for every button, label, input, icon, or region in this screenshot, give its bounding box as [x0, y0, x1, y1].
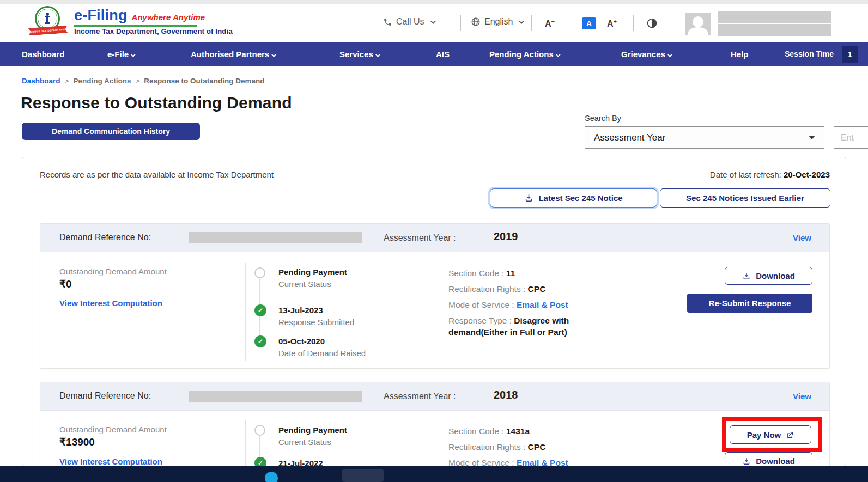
- header-divider: [531, 15, 532, 31]
- call-us-label: Call Us: [396, 17, 424, 27]
- brand-title: e-Filing: [74, 7, 128, 23]
- footer-panel: [342, 469, 384, 482]
- amount-label: Outstanding Demand Amount: [59, 425, 167, 434]
- header-divider: [460, 15, 461, 31]
- font-decrease-button[interactable]: A−: [545, 18, 555, 29]
- timeline-subtitle: Response Submitted: [278, 318, 354, 327]
- breadcrumb-separator: >: [65, 77, 69, 85]
- redacted-demand-reference: [189, 232, 362, 243]
- timeline-title: Pending Payment: [278, 267, 347, 277]
- footer-band: [0, 466, 868, 482]
- page-title: Response to Outstanding Demand: [21, 94, 292, 112]
- chatbot-button[interactable]: [265, 472, 278, 482]
- timeline-pending-icon: [254, 267, 265, 278]
- search-value-input[interactable]: [834, 126, 868, 149]
- nav-item-ais[interactable]: AIS: [436, 50, 450, 59]
- timeline-title: 05-Oct-2020: [278, 337, 325, 346]
- last-refresh-text: Date of last refresh: 20-Oct-2023: [710, 170, 830, 179]
- contrast-toggle-button[interactable]: [646, 17, 658, 29]
- earlier-sec245-notices-button[interactable]: Sec 245 Notices Issued Earlier: [660, 188, 830, 208]
- brand-tagline: Anywhere Anytime: [132, 13, 205, 22]
- redacted-user-name: [718, 11, 831, 23]
- redacted-demand-reference: [189, 391, 362, 402]
- records-info-text: Records are as per the data available at…: [40, 170, 274, 179]
- assessment-year-value: 2019: [494, 230, 518, 243]
- incometax-emblem-logo: INCOME TAX DEPARTMENT: [28, 6, 68, 38]
- nav-item-help[interactable]: Help: [731, 50, 749, 59]
- download-icon: [742, 272, 751, 280]
- column-divider: [441, 263, 441, 361]
- outstanding-amount: ₹0: [59, 278, 72, 290]
- demand-card-header: Demand Reference No: Assessment Year : 2…: [40, 224, 829, 252]
- timeline-subtitle: Date of Demand Raised: [278, 349, 366, 358]
- nav-item-authorised-partners[interactable]: Authorised Partners: [191, 50, 275, 59]
- section-code-row: Section Code : 11: [448, 267, 604, 279]
- contrast-icon: [646, 17, 658, 29]
- view-link[interactable]: View: [793, 392, 811, 401]
- demand-communication-history-button[interactable]: Demand Communication History: [22, 123, 200, 140]
- globe-icon: [471, 17, 481, 27]
- window-top-strip: [0, 0, 868, 4]
- dropdown-selected-value: Assessment Year: [594, 132, 809, 143]
- section-code-row: Section Code : 1431a: [448, 425, 604, 437]
- timeline-subtitle: Current Status: [278, 437, 331, 447]
- timeline-title: 13-Jul-2023: [278, 306, 323, 315]
- header-divider: [633, 15, 634, 31]
- session-time-value: 1: [842, 46, 858, 63]
- breadcrumb-pending-actions[interactable]: Pending Actions: [73, 77, 131, 85]
- latest-sec245-notice-button[interactable]: Latest Sec 245 Notice: [490, 188, 657, 208]
- column-divider: [245, 263, 246, 361]
- font-increase-button[interactable]: A+: [607, 18, 617, 29]
- timeline-pending-icon: [254, 425, 265, 436]
- rectification-rights-row: Rectification Rights : CPC: [448, 283, 604, 295]
- redacted-user-id: [718, 24, 831, 36]
- amount-label: Outstanding Demand Amount: [59, 267, 167, 276]
- view-interest-computation-link[interactable]: View Interest Computation: [59, 457, 162, 466]
- phone-icon: [383, 17, 392, 27]
- demand-reference-label: Demand Reference No:: [59, 391, 151, 401]
- assessment-year-value: 2018: [494, 389, 518, 401]
- nav-item-dashboard[interactable]: Dashboard: [22, 50, 64, 59]
- font-normal-button[interactable]: A: [582, 17, 596, 29]
- breadcrumb-dashboard[interactable]: Dashboard: [22, 77, 60, 85]
- view-link[interactable]: View: [793, 233, 811, 242]
- breadcrumb: Dashboard > Pending Actions > Response t…: [22, 77, 265, 85]
- brand-subtitle: Income Tax Department, Government of Ind…: [74, 27, 233, 35]
- efiling-logo: e-FilingAnywhere Anytime: [74, 7, 205, 24]
- language-menu[interactable]: English: [471, 17, 523, 27]
- nav-item-grievances[interactable]: Grievances: [621, 50, 671, 59]
- response-type-row: Response Type : Disagree with demand(Eit…: [448, 315, 604, 338]
- language-label: English: [484, 17, 513, 27]
- emblem-ribbon-text: INCOME TAX DEPARTMENT: [29, 28, 67, 33]
- chevron-down-icon: [430, 19, 436, 24]
- pay-now-button[interactable]: Pay Now: [730, 425, 811, 444]
- check-circle-icon: ✓: [254, 304, 266, 316]
- demand-card-2019: Demand Reference No: Assessment Year : 2…: [40, 223, 830, 369]
- outstanding-amount: ₹13900: [59, 436, 95, 448]
- last-refresh-date: 20-Oct-2023: [784, 170, 830, 179]
- breadcrumb-separator: >: [135, 77, 139, 85]
- nav-item-efile[interactable]: e-File: [107, 50, 134, 59]
- rectification-rights-row: Rectification Rights : CPC: [448, 441, 604, 453]
- timeline-title: Pending Payment: [278, 425, 347, 435]
- assessment-year-label: Assessment Year :: [384, 233, 456, 243]
- logo-green-rule: [74, 25, 197, 27]
- view-interest-computation-link[interactable]: View Interest Computation: [59, 298, 162, 308]
- call-us-menu[interactable]: Call Us: [383, 17, 434, 27]
- download-button[interactable]: Download: [725, 267, 812, 285]
- check-circle-icon: ✓: [254, 335, 266, 347]
- nav-item-services[interactable]: Services: [339, 50, 379, 59]
- demand-reference-label: Demand Reference No:: [59, 233, 151, 242]
- breadcrumb-current: Response to Outstanding Demand: [144, 77, 264, 85]
- ashoka-pillar-icon: [43, 11, 52, 26]
- search-by-dropdown[interactable]: Assessment Year: [585, 126, 824, 149]
- assessment-year-label: Assessment Year :: [384, 392, 456, 401]
- resubmit-response-button[interactable]: Re-Submit Response: [687, 294, 812, 313]
- emblem-ribbon: INCOME TAX DEPARTMENT: [28, 26, 68, 36]
- session-time-label: Session Time: [785, 50, 834, 58]
- external-link-icon: [786, 431, 794, 439]
- dropdown-caret-icon: [809, 136, 815, 139]
- download-icon: [524, 193, 533, 203]
- nav-item-pending-actions[interactable]: Pending Actions: [489, 50, 559, 59]
- user-avatar[interactable]: [685, 13, 711, 35]
